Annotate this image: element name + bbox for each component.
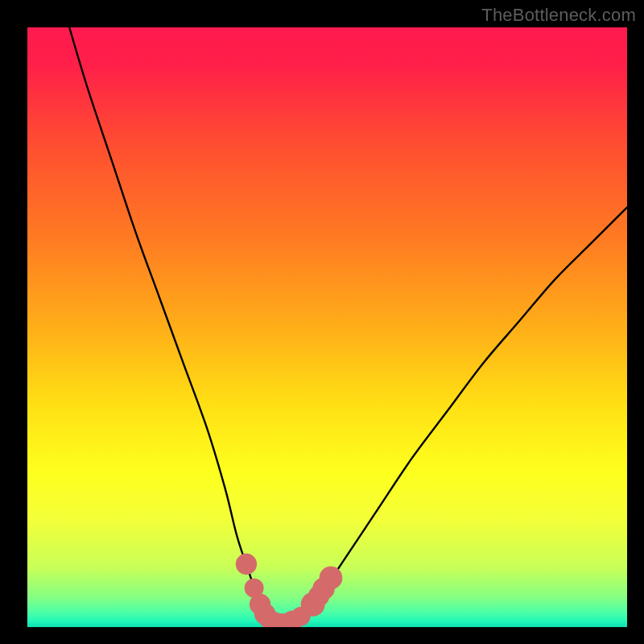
gradient-background bbox=[27, 27, 627, 627]
watermark-text: TheBottleneck.com bbox=[481, 5, 636, 26]
data-marker bbox=[320, 567, 343, 590]
plot-area bbox=[27, 27, 627, 627]
data-marker bbox=[236, 554, 257, 575]
bottleneck-chart bbox=[27, 27, 627, 627]
chart-frame: TheBottleneck.com bbox=[0, 0, 644, 644]
